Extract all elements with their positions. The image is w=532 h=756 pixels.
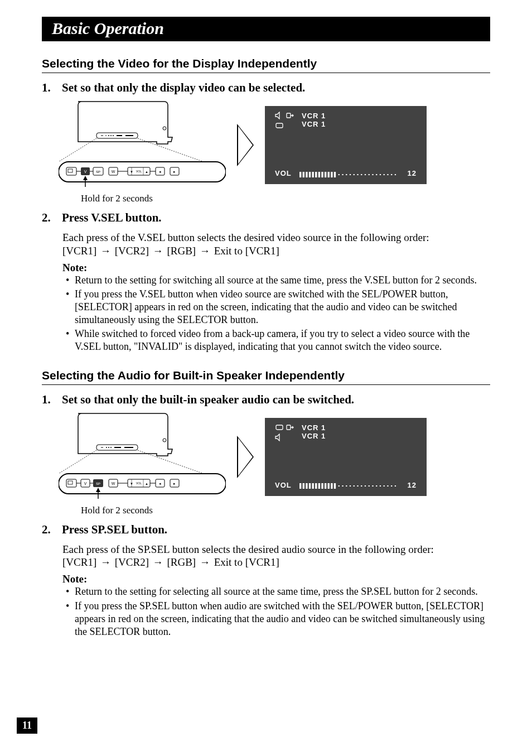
svg-text:V: V [84, 481, 87, 485]
svg-rect-107 [325, 483, 326, 489]
svg-text:◂: ◂ [159, 170, 161, 174]
step-1-text: Set so that only the display video can b… [62, 81, 305, 95]
svg-rect-112 [342, 485, 343, 487]
svg-rect-11 [68, 169, 72, 172]
svg-rect-51 [350, 174, 351, 175]
svg-rect-42 [318, 172, 320, 177]
svg-rect-60 [383, 174, 384, 175]
step-2-number: 2. [42, 211, 55, 225]
svg-rect-120 [372, 485, 373, 487]
svg-rect-56 [368, 174, 369, 175]
svg-point-67 [106, 447, 107, 448]
svg-rect-97 [276, 425, 283, 430]
triangle-pointer-icon [231, 436, 259, 478]
svg-rect-43 [321, 172, 323, 177]
svg-rect-114 [350, 485, 351, 487]
step-2-text-b: Press SP.SEL button. [62, 523, 167, 537]
svg-point-64 [163, 439, 166, 442]
speaker-icon [275, 434, 285, 442]
svg-rect-48 [338, 174, 339, 175]
svg-marker-33 [83, 176, 88, 180]
section-heading-video: Selecting the Video for the Display Inde… [42, 57, 490, 73]
triangle-pointer-icon [231, 124, 259, 166]
note-list-audio: Return to the setting for selecting all … [62, 585, 490, 638]
vol-label: VOL [275, 481, 292, 489]
svg-rect-109 [331, 483, 332, 489]
svg-rect-123 [383, 485, 384, 487]
svg-rect-58 [376, 174, 377, 175]
svg-rect-110 [334, 483, 336, 489]
note-label: Note: [62, 262, 490, 274]
svg-rect-40 [312, 172, 313, 177]
svg-text:VOL: VOL [136, 481, 142, 485]
sequence-audio: [VCR1] → [VCR2] → [RGB] → Exit to [VCR1] [62, 556, 490, 569]
step-1-number: 1. [42, 81, 55, 95]
svg-rect-47 [334, 172, 336, 177]
svg-text:▸: ▸ [173, 481, 176, 486]
volume-bar [299, 482, 400, 488]
svg-rect-55 [365, 174, 366, 175]
svg-point-0 [163, 127, 166, 130]
svg-point-5 [110, 135, 112, 136]
svg-text:◂: ◂ [159, 481, 161, 486]
list-item: Return to the setting for selecting all … [62, 585, 490, 598]
svg-point-6 [113, 135, 114, 136]
svg-rect-103 [312, 483, 313, 489]
svg-rect-121 [376, 485, 377, 487]
hold-caption: Hold for 2 seconds [81, 505, 490, 516]
volume-bar [299, 171, 400, 176]
svg-rect-39 [309, 172, 311, 177]
note-list-video: Return to the setting for switching all … [62, 274, 490, 353]
device-illustration: V SP W ▼ VOL ▲ ◂ ▸ [59, 412, 226, 502]
step-2-body: Each press of the V.SEL button selects t… [62, 230, 490, 245]
vol-value: 12 [408, 169, 417, 177]
svg-marker-96 [96, 488, 100, 492]
svg-rect-115 [353, 485, 354, 487]
svg-rect-59 [380, 174, 381, 175]
svg-rect-34 [287, 113, 291, 118]
svg-rect-57 [372, 174, 373, 175]
svg-rect-41 [315, 172, 317, 177]
svg-rect-50 [346, 174, 347, 175]
hold-caption: Hold for 2 seconds [81, 193, 490, 204]
list-item: Return to the setting for switching all … [62, 274, 490, 287]
svg-rect-63 [395, 174, 396, 175]
svg-text:SP: SP [96, 482, 100, 485]
step-2-text: Press V.SEL button. [62, 211, 162, 225]
monitor-rect-icon [275, 122, 285, 131]
svg-text:VOL: VOL [136, 170, 142, 173]
monitor-rect-icon [275, 423, 285, 432]
svg-rect-37 [302, 172, 304, 177]
svg-text:W: W [112, 170, 115, 174]
svg-rect-53 [357, 174, 358, 175]
svg-rect-102 [309, 483, 311, 489]
svg-rect-104 [315, 483, 317, 489]
svg-rect-36 [299, 172, 301, 177]
osd-line-2: VCR 1 [302, 120, 326, 128]
list-item: If you press the V.SEL button when video… [62, 288, 490, 326]
svg-text:W: W [112, 481, 115, 485]
svg-rect-99 [299, 483, 301, 489]
page-number: 11 [17, 718, 37, 734]
step-2-body-b: Each press of the SP.SEL button selects … [62, 542, 490, 557]
svg-rect-44 [325, 172, 326, 177]
step-1-text-b: Set so that only the built-in speaker au… [62, 393, 354, 407]
output-arrow-icon [286, 423, 296, 432]
svg-rect-124 [387, 485, 388, 487]
step-2-number-b: 2. [42, 523, 55, 537]
list-item: While switched to forced video from a ba… [62, 328, 490, 353]
svg-rect-101 [306, 483, 307, 489]
sequence-video: [VCR1] → [VCR2] → [RGB] → Exit to [VCR1] [62, 245, 490, 257]
figure-row-video: V SP W ▼ VOL ▲ ◂ ▸ [59, 100, 490, 190]
svg-rect-61 [387, 174, 388, 175]
svg-rect-118 [365, 485, 366, 487]
svg-rect-52 [353, 174, 354, 175]
svg-point-68 [108, 447, 109, 448]
svg-rect-111 [338, 485, 339, 487]
svg-rect-46 [331, 172, 332, 177]
chapter-title: Basic Operation [42, 17, 490, 41]
svg-rect-117 [361, 485, 362, 487]
svg-rect-35 [276, 123, 283, 128]
svg-rect-125 [391, 485, 392, 487]
svg-rect-108 [327, 483, 329, 489]
